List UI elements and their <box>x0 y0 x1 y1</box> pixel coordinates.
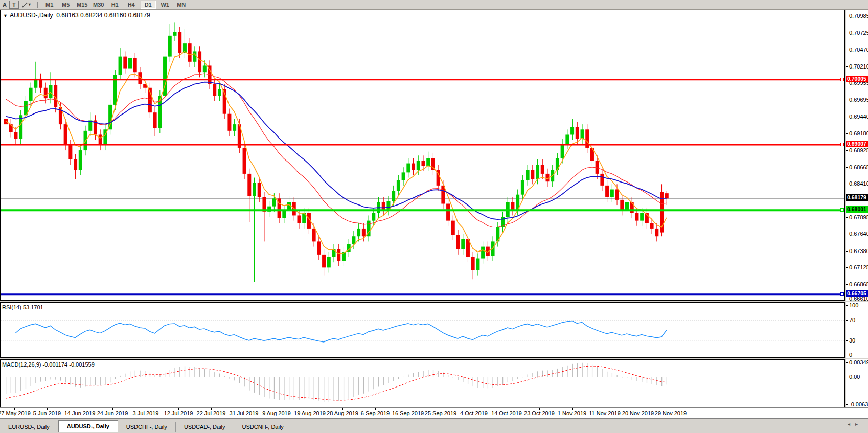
macd-histogram-bar <box>622 377 622 378</box>
macd-histogram-bar <box>547 370 547 377</box>
hline-handle[interactable] <box>840 208 844 212</box>
price-axis-tick <box>846 167 848 168</box>
tab-scroll-right-icon[interactable]: ▸ <box>855 421 863 427</box>
candle-body <box>655 229 658 236</box>
candle-body <box>133 58 137 72</box>
timeframe-button-M15[interactable]: M15 <box>75 1 89 8</box>
macd-histogram-bar <box>413 373 414 377</box>
toolbar-grip[interactable] <box>36 2 38 8</box>
macd-histogram-bar <box>652 377 652 384</box>
candle-body <box>581 129 584 139</box>
chart-tab-bar: EURUSD-, DailyAUDUSD-, DailyUSDCHF-, Dai… <box>0 418 868 433</box>
macd-histogram-bar <box>636 377 637 381</box>
candle-body <box>357 229 360 236</box>
candle-body <box>198 51 201 72</box>
candle-body <box>193 51 196 61</box>
macd-histogram-bar <box>477 377 478 388</box>
line-studies-button[interactable]: ▾ <box>19 1 33 8</box>
chart-tab-usdcnh[interactable]: USDCNH-, Daily <box>234 422 292 432</box>
time-axis[interactable]: 27 May 20195 Jun 201914 Jun 201924 Jun 2… <box>0 408 868 418</box>
rsi-axis-tick <box>846 320 848 321</box>
macd-histogram-bar <box>448 375 448 377</box>
text-label-button[interactable]: T <box>9 1 19 9</box>
chart-tab-audusd[interactable]: AUDUSD-, Daily <box>58 420 118 432</box>
macd-histogram-bar <box>299 377 299 400</box>
macd-histogram-bar <box>632 377 632 380</box>
rsi-axis-tick <box>846 340 848 341</box>
rsi-panel[interactable] <box>0 302 845 358</box>
price-axis-tick-label: 0.67895 <box>849 214 868 220</box>
price-axis-tick-label: 0.70725 <box>849 30 868 36</box>
candle-body <box>372 213 375 220</box>
price-axis-tick-label: 0.69695 <box>849 97 868 103</box>
date-label: 1 Nov 2019 <box>558 410 586 416</box>
candle-body <box>476 259 479 270</box>
date-label: 12 Jul 2019 <box>164 410 193 416</box>
macd-histogram-bar <box>353 377 354 397</box>
macd-histogram-bar <box>577 363 578 377</box>
macd-histogram-bar <box>179 367 180 377</box>
macd-histogram-bar <box>463 377 463 382</box>
hline-price-tag: 0.70005 <box>846 76 868 82</box>
timeframe-button-W1[interactable]: W1 <box>158 1 172 8</box>
candle-body <box>417 161 420 170</box>
chart-tab-usdchf[interactable]: USDCHF-, Daily <box>118 422 176 432</box>
candle-body <box>615 189 619 199</box>
current-price-tag: 0.68179 <box>846 194 868 201</box>
chart-tab-eurusd[interactable]: EURUSD-, Daily <box>0 422 58 432</box>
candle-body <box>471 257 475 270</box>
price-axis-tick <box>846 284 848 285</box>
macd-histogram-bar <box>135 371 135 377</box>
rsi-axis-tick <box>846 355 848 355</box>
timeframe-button-MN[interactable]: MN <box>174 1 189 8</box>
main-chart-panel[interactable] <box>0 10 845 301</box>
candle-body <box>337 249 340 261</box>
macd-histogram-bar <box>483 377 483 388</box>
chart-tab-usdcad[interactable]: USDCAD-, Daily <box>176 422 234 432</box>
candle-body <box>14 132 17 139</box>
timeframe-button-M30[interactable]: M30 <box>92 1 106 8</box>
macd-histogram-bar <box>388 377 389 383</box>
date-label: 3 Jul 2019 <box>133 410 159 416</box>
timeframe-button-M5[interactable]: M5 <box>59 1 73 8</box>
macd-axis-label: 0.00 <box>849 374 860 380</box>
date-label: 27 May 2019 <box>0 410 31 416</box>
macd-panel[interactable] <box>0 359 845 407</box>
timeframe-button-M1[interactable]: M1 <box>42 1 57 8</box>
hline-handle[interactable] <box>840 78 844 81</box>
macd-histogram-bar <box>338 377 339 401</box>
macd-histogram-bar <box>65 377 66 382</box>
macd-histogram-bar <box>31 377 31 386</box>
macd-histogram-bar <box>80 377 81 388</box>
timeframe-button-H4[interactable]: H4 <box>124 1 139 8</box>
rsi-label: RSI(14) 53.1701 <box>2 304 43 310</box>
macd-histogram-bar <box>274 377 275 399</box>
macd-histogram-bar <box>199 368 200 377</box>
macd-histogram-bar <box>45 377 46 381</box>
date-label: 16 Sep 2019 <box>392 410 424 416</box>
macd-histogram-bar <box>130 371 130 377</box>
macd-histogram-bar <box>318 377 319 401</box>
candle-body <box>625 202 629 210</box>
price-axis-tick-label: 0.69440 <box>849 113 868 120</box>
tab-scroll-left-icon[interactable]: ◂ <box>848 421 855 427</box>
candlestick-chart[interactable] <box>1 10 844 300</box>
collapse-arrow-icon[interactable]: ▼ <box>3 13 8 18</box>
candle-body <box>44 88 48 98</box>
candle-body <box>605 186 609 197</box>
candle-body <box>421 161 425 166</box>
price-axis-tick-label: 0.70985 <box>849 13 868 19</box>
candle-body <box>576 127 579 139</box>
hline-handle[interactable] <box>840 143 844 146</box>
timeframe-button-D1[interactable]: D1 <box>141 1 156 9</box>
price-axis-tick <box>846 184 848 184</box>
toolbar: A T ▾ M1M5M15M30H1H4D1W1MN <box>0 0 868 10</box>
timeframe-button-H1[interactable]: H1 <box>108 1 122 8</box>
macd-histogram-bar <box>120 376 121 377</box>
macd-histogram-bar <box>229 377 230 379</box>
candle-body <box>570 127 574 134</box>
hline-handle[interactable] <box>840 292 844 296</box>
macd-histogram-bar <box>304 377 304 399</box>
date-label: 31 Jul 2019 <box>230 410 259 416</box>
cursor-button[interactable]: A <box>0 1 9 8</box>
